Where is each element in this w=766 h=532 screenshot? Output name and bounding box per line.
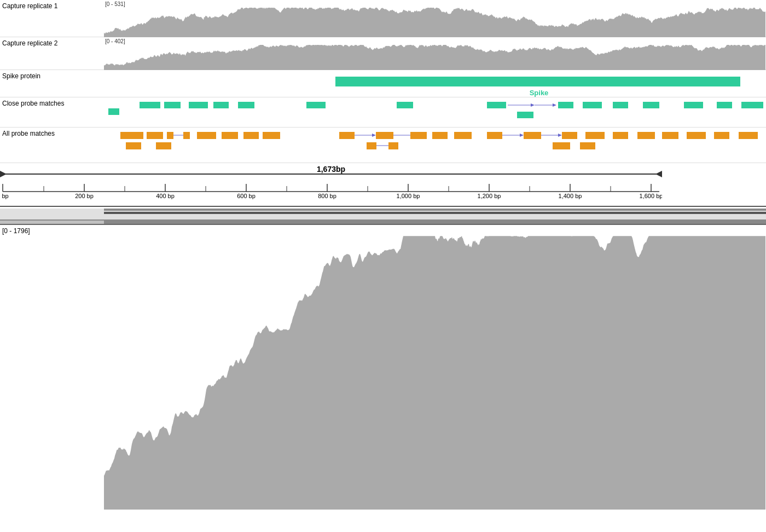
svg-marker-40	[520, 134, 524, 137]
track-spike-content: Spike	[104, 70, 766, 97]
nav-scrollbar[interactable]	[0, 209, 766, 221]
svg-marker-12	[553, 103, 556, 107]
svg-rect-27	[222, 132, 238, 139]
svg-rect-7	[397, 102, 413, 108]
track-capture2: Capture replicate 2 [0 - 402]	[0, 37, 766, 70]
svg-marker-43	[558, 134, 562, 137]
svg-rect-6	[306, 102, 326, 108]
track-close-probe-label: Close probe matches	[0, 97, 104, 107]
svg-rect-51	[739, 132, 758, 139]
svg-text:1,673bp: 1,673bp	[317, 165, 345, 174]
svg-rect-38	[487, 132, 502, 139]
spike-gene-label: Spike	[530, 89, 549, 97]
svg-rect-15	[613, 102, 628, 108]
track-spike: Spike protein Spike	[0, 70, 766, 97]
spike-protein-svg: Spike	[104, 70, 766, 97]
svg-rect-52	[126, 142, 141, 149]
svg-text:1,000 bp: 1,000 bp	[397, 193, 420, 199]
svg-rect-17	[684, 102, 703, 108]
nav-bar2[interactable]	[0, 221, 766, 225]
svg-rect-41	[524, 132, 541, 139]
track-all-probe-content	[104, 128, 766, 163]
svg-rect-21	[120, 132, 143, 139]
svg-rect-28	[243, 132, 259, 139]
spike-bar	[335, 77, 740, 86]
track-capture2-label: Capture replicate 2	[0, 37, 104, 47]
track-close-probe: Close probe matches	[0, 97, 766, 128]
svg-rect-36	[432, 132, 448, 139]
svg-rect-2	[164, 102, 181, 108]
svg-rect-44	[562, 132, 577, 139]
svg-rect-3	[189, 102, 208, 108]
svg-rect-49	[687, 132, 706, 139]
svg-text:400 bp: 400 bp	[156, 193, 175, 199]
svg-rect-8	[487, 102, 506, 108]
svg-rect-37	[454, 132, 472, 139]
svg-rect-48	[662, 132, 678, 139]
svg-rect-19	[741, 102, 763, 108]
track-all-probe-label: All probe matches	[0, 128, 104, 137]
scale-bar-svg: 1,673bp 0 bp 200 bp 400 bp 600 bp 800 bp	[0, 163, 662, 207]
svg-rect-20	[517, 112, 533, 118]
svg-rect-1	[140, 102, 160, 108]
svg-rect-46	[613, 132, 628, 139]
svg-rect-29	[263, 132, 280, 139]
svg-rect-16	[643, 102, 659, 108]
svg-marker-10	[531, 103, 535, 107]
track-bottom-range: [0 - 1796]	[2, 227, 30, 235]
track-capture2-content: [0 - 402]	[104, 37, 766, 70]
svg-rect-35	[410, 132, 427, 139]
svg-marker-32	[372, 134, 376, 137]
track-all-probe: All probe matches	[0, 128, 766, 163]
svg-rect-25	[183, 132, 190, 139]
svg-text:1,400 bp: 1,400 bp	[559, 193, 582, 199]
svg-rect-24	[167, 132, 173, 139]
track-capture1-content: [0 - 531]	[104, 0, 766, 37]
track-capture1-label: Capture replicate 1	[0, 0, 104, 10]
svg-rect-4	[213, 102, 229, 108]
svg-text:1,600 bp: 1,600 bp	[640, 193, 662, 199]
track-capture1-range: [0 - 531]	[105, 1, 125, 7]
svg-rect-47	[637, 132, 655, 139]
svg-rect-54	[367, 142, 376, 149]
track-capture2-range: [0 - 402]	[105, 38, 125, 44]
svg-rect-18	[717, 102, 732, 108]
svg-rect-53	[156, 142, 171, 149]
all-probe-svg	[104, 128, 766, 163]
svg-text:600 bp: 600 bp	[237, 193, 256, 199]
svg-rect-13	[558, 102, 573, 108]
svg-rect-14	[583, 102, 602, 108]
svg-rect-33	[376, 132, 393, 139]
track-spike-label: Spike protein	[0, 70, 104, 80]
scale-bar: 1,673bp 0 bp 200 bp 400 bp 600 bp 800 bp	[0, 163, 766, 207]
track-bottom-label: [0 - 1796]	[0, 225, 104, 235]
svg-rect-5	[238, 102, 254, 108]
svg-rect-0	[108, 108, 119, 115]
svg-rect-26	[197, 132, 216, 139]
svg-marker-61	[655, 171, 662, 177]
track-close-probe-content	[104, 97, 766, 128]
genome-viewer: Capture replicate 1 [0 - 531] Capture re…	[0, 0, 766, 532]
svg-text:0 bp: 0 bp	[0, 193, 9, 199]
svg-text:200 bp: 200 bp	[75, 193, 94, 199]
svg-rect-56	[388, 142, 398, 149]
track-bottom: [0 - 1796]	[0, 225, 766, 510]
svg-marker-60	[0, 171, 7, 177]
track-bottom-content	[104, 225, 766, 510]
svg-text:1,200 bp: 1,200 bp	[478, 193, 501, 199]
svg-text:800 bp: 800 bp	[318, 193, 336, 199]
svg-rect-50	[714, 132, 729, 139]
svg-rect-22	[147, 132, 163, 139]
svg-rect-57	[553, 142, 570, 149]
svg-rect-58	[580, 142, 595, 149]
svg-rect-30	[339, 132, 355, 139]
close-probe-svg	[104, 97, 766, 128]
svg-rect-45	[585, 132, 605, 139]
track-capture1: Capture replicate 1 [0 - 531]	[0, 0, 766, 37]
